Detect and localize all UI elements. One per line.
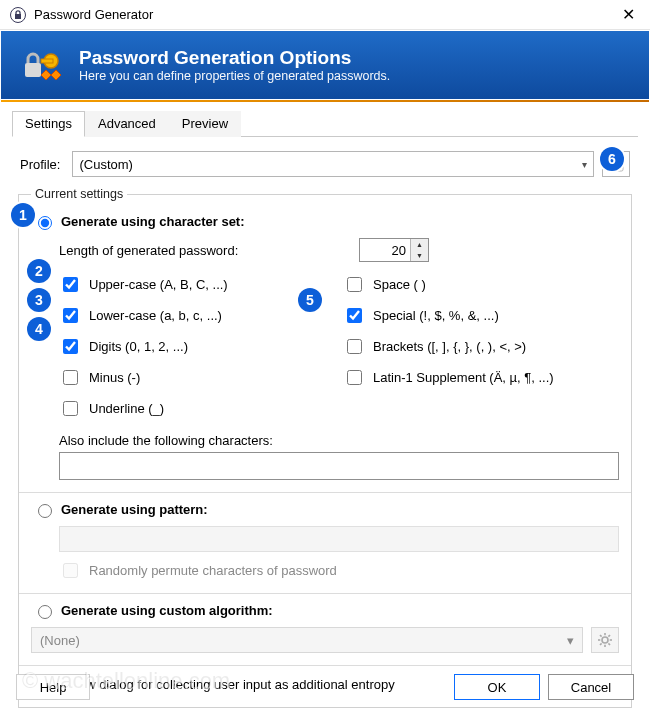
custom-algorithm-value: (None) [40, 633, 80, 648]
custom-algorithm-settings-button [591, 627, 619, 653]
svg-line-12 [608, 635, 610, 637]
label-space: Space ( ) [373, 277, 426, 292]
also-include-input[interactable] [59, 452, 619, 480]
label-permute: Randomly permute characters of password [89, 563, 337, 578]
check-minus[interactable]: Minus (-) [59, 367, 335, 388]
checkbox-lowercase[interactable] [63, 308, 78, 323]
spinner-arrows[interactable]: ▲ ▼ [410, 239, 428, 261]
tab-preview[interactable]: Preview [169, 111, 241, 137]
current-settings-legend: Current settings [31, 187, 127, 201]
svg-line-10 [600, 635, 602, 637]
dialog-buttons: Help OK Cancel [0, 674, 650, 700]
svg-line-13 [600, 643, 602, 645]
length-input[interactable] [360, 239, 410, 261]
mode-custom-label: Generate using custom algorithm: [61, 603, 273, 618]
svg-rect-0 [15, 14, 21, 19]
gear-icon [598, 633, 612, 647]
check-space[interactable]: Space ( ) [343, 274, 619, 295]
checkbox-uppercase[interactable] [63, 277, 78, 292]
mode-pattern-row[interactable]: Generate using pattern: [33, 501, 619, 518]
banner-heading: Password Generation Options [79, 47, 390, 70]
mode-charset-label: Generate using character set: [61, 214, 245, 229]
length-spinner[interactable]: ▲ ▼ [359, 238, 429, 262]
check-latin1[interactable]: Latin-1 Supplement (Ä, µ, ¶, ...) [343, 367, 619, 388]
svg-point-5 [602, 637, 608, 643]
annotation-1: 1 [11, 203, 35, 227]
mode-pattern-radio[interactable] [38, 504, 52, 518]
ok-button[interactable]: OK [454, 674, 540, 700]
window-title: Password Generator [34, 7, 616, 22]
checkbox-latin1[interactable] [347, 370, 362, 385]
key-icon [19, 41, 67, 89]
tab-advanced[interactable]: Advanced [85, 111, 169, 137]
label-digits: Digits (0, 1, 2, ...) [89, 339, 188, 354]
titlebar: Password Generator ✕ [0, 0, 650, 30]
annotation-4: 4 [27, 317, 51, 341]
spinner-up-icon[interactable]: ▲ [411, 239, 428, 250]
svg-rect-3 [41, 59, 53, 63]
checkbox-brackets[interactable] [347, 339, 362, 354]
banner: Password Generation Options Here you can… [1, 31, 649, 99]
separator [19, 593, 631, 594]
mode-custom-row[interactable]: Generate using custom algorithm: [33, 602, 619, 619]
svg-line-11 [608, 643, 610, 645]
mode-charset-row[interactable]: Generate using character set: [33, 213, 619, 230]
checkbox-space[interactable] [347, 277, 362, 292]
annotation-5: 5 [298, 288, 322, 312]
label-special: Special (!, $, %, &, ...) [373, 308, 499, 323]
spinner-down-icon[interactable]: ▼ [411, 250, 428, 261]
tab-settings[interactable]: Settings [12, 111, 85, 137]
check-permute: Randomly permute characters of password [59, 560, 619, 581]
profile-value: (Custom) [79, 157, 132, 172]
label-lowercase: Lower-case (a, b, c, ...) [89, 308, 222, 323]
checkbox-digits[interactable] [63, 339, 78, 354]
tab-bar: Settings Advanced Preview [12, 110, 638, 137]
label-brackets: Brackets ([, ], {, }, (, ), <, >) [373, 339, 526, 354]
label-minus: Minus (-) [89, 370, 140, 385]
banner-subtitle: Here you can define properties of genera… [79, 69, 390, 83]
label-underline: Underline (_) [89, 401, 164, 416]
check-uppercase[interactable]: Upper-case (A, B, C, ...) [59, 274, 335, 295]
close-icon[interactable]: ✕ [616, 5, 640, 24]
separator [19, 492, 631, 493]
check-lowercase[interactable]: Lower-case (a, b, c, ...) [59, 305, 335, 326]
mode-charset-radio[interactable] [38, 216, 52, 230]
label-latin1: Latin-1 Supplement (Ä, µ, ¶, ...) [373, 370, 554, 385]
checkbox-special[interactable] [347, 308, 362, 323]
length-label: Length of generated password: [59, 243, 359, 258]
checkbox-underline[interactable] [63, 401, 78, 416]
help-button[interactable]: Help [16, 674, 90, 700]
annotation-2: 2 [27, 259, 51, 283]
check-brackets[interactable]: Brackets ([, ], {, }, (, ), <, >) [343, 336, 619, 357]
mode-pattern-label: Generate using pattern: [61, 502, 208, 517]
checkbox-permute [63, 563, 78, 578]
mode-custom-radio[interactable] [38, 605, 52, 619]
profile-label: Profile: [20, 157, 60, 172]
checkbox-minus[interactable] [63, 370, 78, 385]
label-uppercase: Upper-case (A, B, C, ...) [89, 277, 228, 292]
chevron-down-icon: ▾ [582, 159, 587, 170]
check-special[interactable]: Special (!, $, %, &, ...) [343, 305, 619, 326]
check-digits[interactable]: Digits (0, 1, 2, ...) [59, 336, 335, 357]
also-include-label: Also include the following characters: [59, 433, 619, 448]
annotation-6: 6 [600, 147, 624, 171]
check-underline[interactable]: Underline (_) [59, 398, 335, 419]
separator [19, 665, 631, 666]
annotation-3: 3 [27, 288, 51, 312]
custom-algorithm-select: (None) ▾ [31, 627, 583, 653]
app-lock-icon [10, 7, 26, 23]
current-settings-group: Current settings Generate using characte… [18, 187, 632, 708]
svg-rect-1 [25, 63, 41, 77]
chevron-down-icon: ▾ [567, 633, 574, 648]
profile-select[interactable]: (Custom) ▾ [72, 151, 594, 177]
pattern-input-disabled [59, 526, 619, 552]
cancel-button[interactable]: Cancel [548, 674, 634, 700]
